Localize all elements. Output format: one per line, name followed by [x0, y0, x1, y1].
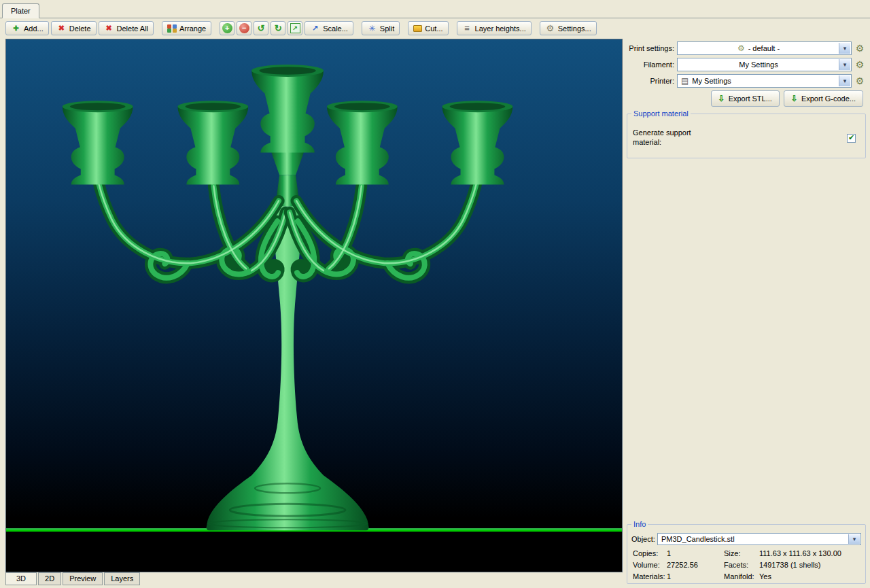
object-combo[interactable]: PM3D_Candlestick.stl ▾	[657, 533, 861, 545]
scale-button-label: Scale...	[323, 24, 348, 33]
printer-row: Printer: ▤ My Settings ▾ ⚙	[627, 74, 866, 88]
materials-value: 1	[667, 572, 723, 581]
delete-button-label: Delete	[69, 24, 91, 33]
export-gcode-icon: ⇩	[791, 94, 798, 103]
scale-to-fit-button[interactable]: ↗	[288, 21, 302, 35]
generate-support-label: Generate support material:	[633, 128, 721, 148]
cut-icon	[413, 25, 422, 32]
info-grid: Copies: 1 Size: 111.63 x 111.63 x 130.00…	[631, 549, 861, 581]
check-icon: ✔	[848, 134, 854, 141]
print-settings-label: Print settings:	[627, 44, 674, 52]
increase-copies-button[interactable]: +	[220, 21, 234, 35]
printer-value: My Settings	[692, 77, 731, 85]
size-value: 111.63 x 111.63 x 130.00	[759, 549, 861, 557]
gear-icon: ⚙	[545, 23, 555, 33]
filament-combo[interactable]: My Settings ▾	[677, 58, 852, 71]
slic3r-window: Plater ✚ Add... ✖ Delete ✖ Delete All Ar…	[0, 0, 870, 588]
cut-button-label: Cut...	[425, 24, 442, 33]
chevron-down-icon[interactable]: ▾	[839, 59, 850, 70]
delete-all-button[interactable]: ✖ Delete All	[99, 21, 154, 35]
tab-plater[interactable]: Plater	[2, 3, 39, 18]
tab-preview[interactable]: Preview	[63, 572, 103, 585]
split-button[interactable]: ✳ Split	[362, 21, 400, 35]
rotate-ccw-button[interactable]: ↺	[254, 21, 268, 35]
gear-icon: ⚙	[737, 44, 745, 52]
manifold-value: Yes	[759, 572, 861, 581]
cut-button[interactable]: Cut...	[408, 21, 448, 35]
delete-all-button-label: Delete All	[117, 24, 148, 33]
printer-combo[interactable]: ▤ My Settings ▾	[677, 74, 852, 88]
tab-layers[interactable]: Layers	[104, 572, 140, 585]
print-settings-gear-button[interactable]: ⚙	[854, 42, 866, 54]
3d-viewport[interactable]	[5, 39, 623, 572]
tab-2d[interactable]: 2D	[38, 572, 61, 585]
layer-heights-button[interactable]: ≡ Layer heights...	[457, 21, 532, 35]
rotate-ccw-icon: ↺	[256, 23, 266, 33]
copies-value: 1	[667, 549, 723, 557]
printer-icon: ▤	[681, 77, 689, 85]
filament-gear-button[interactable]: ⚙	[854, 58, 866, 71]
add-button-label: Add...	[24, 24, 44, 33]
rotate-cw-button[interactable]: ↻	[271, 21, 285, 35]
arrange-button[interactable]: Arrange	[162, 21, 211, 35]
layer-heights-icon: ≡	[462, 23, 472, 33]
settings-button-label: Settings...	[558, 24, 591, 33]
settings-panel: Print settings: ⚙ - default - ▾ ⚙ Filame…	[627, 41, 866, 158]
export-stl-label: Export STL...	[729, 94, 772, 103]
split-button-label: Split	[380, 24, 394, 33]
filament-row: Filament: My Settings ▾ ⚙	[627, 58, 866, 71]
print-settings-row: Print settings: ⚙ - default - ▾ ⚙	[627, 41, 866, 55]
viewport-tabs: 3D 2D Preview Layers	[5, 572, 141, 585]
filament-label: Filament:	[627, 60, 674, 69]
add-button[interactable]: ✚ Add...	[5, 21, 49, 35]
delete-button[interactable]: ✖ Delete	[51, 21, 97, 35]
export-stl-button[interactable]: ⇩ Export STL...	[711, 90, 780, 107]
rotate-cw-icon: ↻	[273, 23, 283, 33]
print-settings-combo[interactable]: ⚙ - default - ▾	[677, 41, 852, 55]
object-value: PM3D_Candlestick.stl	[661, 535, 735, 543]
delete-icon: ✖	[56, 23, 67, 33]
support-material-title: Support material	[631, 109, 691, 118]
export-gcode-button[interactable]: ⇩ Export G-code...	[784, 90, 863, 107]
scale-button[interactable]: ↗ Scale...	[304, 21, 353, 35]
manifold-label: Manifold:	[724, 572, 758, 581]
filament-value: My Settings	[739, 60, 778, 69]
export-gcode-label: Export G-code...	[801, 94, 856, 103]
info-title: Info	[631, 520, 648, 528]
plater-page: ✚ Add... ✖ Delete ✖ Delete All Arrange +…	[0, 18, 870, 588]
object-row: Object: PM3D_Candlestick.stl ▾	[631, 533, 861, 545]
materials-label: Materials:	[633, 572, 665, 581]
add-icon: ✚	[11, 23, 21, 33]
volume-value: 27252.56	[667, 561, 723, 569]
scale-to-fit-icon: ↗	[290, 23, 300, 33]
layer-heights-button-label: Layer heights...	[475, 24, 526, 33]
tab-3d[interactable]: 3D	[5, 572, 37, 585]
main-tabstrip: Plater	[0, 0, 870, 18]
object-label: Object:	[631, 535, 657, 543]
delete-all-icon: ✖	[104, 23, 114, 33]
chevron-down-icon[interactable]: ▾	[848, 534, 860, 544]
chevron-down-icon[interactable]: ▾	[839, 43, 850, 54]
export-row: ⇩ Export STL... ⇩ Export G-code...	[627, 90, 863, 107]
settings-button[interactable]: ⚙ Settings...	[540, 21, 597, 35]
export-stl-icon: ⇩	[718, 94, 725, 103]
arrange-button-label: Arrange	[179, 24, 206, 33]
printer-gear-button[interactable]: ⚙	[854, 75, 866, 87]
decrease-copies-button[interactable]: −	[237, 21, 251, 35]
split-icon: ✳	[367, 23, 377, 33]
size-label: Size:	[724, 549, 758, 557]
minus-circle-icon: −	[239, 23, 249, 33]
candelabra-model-render	[6, 39, 622, 572]
volume-label: Volume:	[633, 561, 665, 569]
info-groupbox: Info Object: PM3D_Candlestick.stl ▾ Copi…	[627, 524, 866, 584]
arrange-icon	[167, 24, 177, 33]
toolbar: ✚ Add... ✖ Delete ✖ Delete All Arrange +…	[5, 21, 597, 35]
plus-circle-icon: +	[222, 23, 232, 33]
chevron-down-icon[interactable]: ▾	[839, 75, 850, 86]
facets-value: 1491738 (1 shells)	[759, 561, 861, 569]
generate-support-checkbox[interactable]: ✔	[847, 134, 856, 143]
printer-label: Printer:	[627, 77, 674, 85]
copies-label: Copies:	[633, 549, 665, 557]
facets-label: Facets:	[724, 561, 758, 569]
print-settings-value: - default -	[748, 44, 780, 52]
